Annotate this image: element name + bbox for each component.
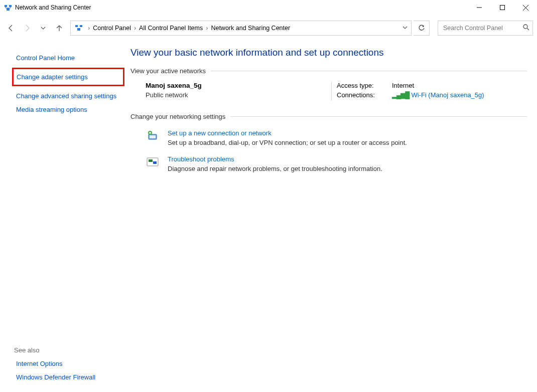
troubleshoot-link[interactable]: Troubleshoot problems bbox=[168, 155, 382, 163]
minimize-button[interactable] bbox=[468, 0, 491, 15]
change-settings-heading: Change your networking settings bbox=[130, 113, 230, 120]
sidebar-link-home[interactable]: Control Panel Home bbox=[14, 51, 122, 65]
setup-connection-desc: Set up a broadband, dial-up, or VPN conn… bbox=[168, 139, 407, 146]
access-type-value: Internet bbox=[392, 82, 414, 89]
breadcrumb-item[interactable]: Network and Sharing Center bbox=[209, 25, 292, 32]
sidebar-link-adapter-settings[interactable]: Change adapter settings bbox=[12, 68, 124, 86]
svg-rect-13 bbox=[150, 135, 156, 138]
svg-rect-9 bbox=[77, 28, 80, 31]
window-titlebar: Network and Sharing Center bbox=[0, 0, 537, 15]
toolbar: › Control Panel › All Control Panel Item… bbox=[0, 19, 537, 37]
svg-rect-1 bbox=[9, 5, 12, 7]
svg-line-11 bbox=[527, 28, 529, 30]
troubleshoot-desc: Diagnose and repair network problems, or… bbox=[168, 165, 382, 172]
back-button[interactable] bbox=[4, 21, 18, 35]
task-setup-connection: Set up a new connection or network Set u… bbox=[130, 124, 527, 150]
see-also-internet-options[interactable]: Internet Options bbox=[14, 357, 122, 370]
sidebar: Control Panel Home Change adapter settin… bbox=[0, 37, 130, 390]
setup-connection-link[interactable]: Set up a new connection or network bbox=[168, 129, 407, 137]
connections-label: Connections: bbox=[337, 91, 392, 99]
address-bar[interactable]: › Control Panel › All Control Panel Item… bbox=[70, 21, 412, 36]
search-input[interactable] bbox=[442, 24, 523, 32]
close-button[interactable] bbox=[514, 0, 537, 15]
chevron-right-icon[interactable]: › bbox=[87, 25, 91, 32]
page-title: View your basic network information and … bbox=[130, 47, 527, 58]
svg-rect-17 bbox=[153, 161, 157, 164]
main-content: View your basic network information and … bbox=[130, 37, 537, 390]
task-troubleshoot: Troubleshoot problems Diagnose and repai… bbox=[130, 150, 527, 176]
address-dropdown-button[interactable] bbox=[399, 25, 411, 32]
search-icon[interactable] bbox=[523, 24, 529, 32]
chevron-right-icon[interactable]: › bbox=[133, 25, 137, 32]
divider bbox=[211, 71, 527, 71]
svg-rect-8 bbox=[80, 25, 82, 27]
troubleshoot-icon bbox=[146, 155, 160, 169]
sidebar-link-media-streaming[interactable]: Media streaming options bbox=[14, 103, 122, 116]
svg-point-10 bbox=[523, 25, 527, 29]
active-network-row: Manoj saxena_5g Public network Access ty… bbox=[130, 79, 527, 108]
wifi-signal-icon: ▂▄▆█ bbox=[392, 91, 409, 99]
address-icon bbox=[75, 24, 85, 33]
see-also-heading: See also bbox=[14, 346, 122, 357]
divider bbox=[331, 82, 332, 101]
forward-button[interactable] bbox=[20, 21, 34, 35]
svg-rect-7 bbox=[75, 25, 78, 27]
up-button[interactable] bbox=[52, 21, 66, 35]
app-icon bbox=[4, 4, 12, 12]
window-title: Network and Sharing Center bbox=[15, 4, 91, 11]
network-name: Manoj saxena_5g bbox=[146, 82, 326, 89]
connection-link[interactable]: Wi-Fi (Manoj saxena_5g) bbox=[411, 91, 484, 99]
search-box[interactable] bbox=[438, 21, 533, 36]
svg-rect-16 bbox=[149, 159, 153, 162]
recent-locations-button[interactable] bbox=[36, 21, 50, 35]
svg-rect-0 bbox=[5, 5, 7, 7]
network-type: Public network bbox=[146, 91, 326, 99]
chevron-right-icon[interactable]: › bbox=[205, 25, 209, 32]
breadcrumb-item[interactable]: Control Panel bbox=[91, 25, 133, 32]
active-networks-heading: View your active networks bbox=[130, 67, 211, 75]
setup-connection-icon bbox=[146, 129, 160, 143]
divider bbox=[230, 116, 527, 117]
sidebar-link-advanced-sharing[interactable]: Change advanced sharing settings bbox=[14, 89, 122, 103]
access-type-label: Access type: bbox=[337, 82, 392, 89]
svg-rect-4 bbox=[500, 6, 505, 10]
refresh-button[interactable] bbox=[414, 21, 430, 36]
see-also-firewall[interactable]: Windows Defender Firewall bbox=[14, 370, 122, 384]
breadcrumb-item[interactable]: All Control Panel Items bbox=[137, 25, 205, 32]
maximize-button[interactable] bbox=[491, 0, 514, 15]
